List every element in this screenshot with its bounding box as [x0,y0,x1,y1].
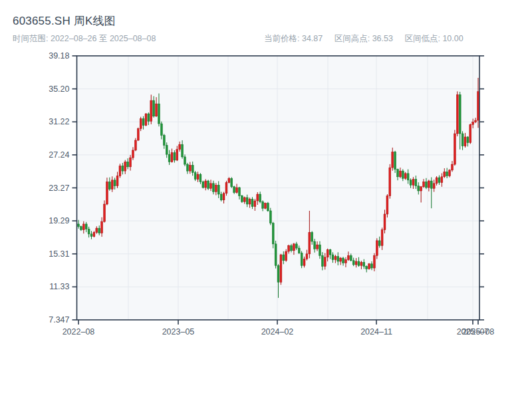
candle-body-up [119,166,121,176]
candle-body-up [340,258,342,261]
candle-body-up [355,261,357,265]
candle-body-down [78,224,80,227]
candle-body-up [111,180,113,190]
candle-body-down [277,265,279,282]
candle-body-up [464,137,466,146]
candle-body-up [93,232,95,236]
candle-body-down [153,100,155,116]
candle-body-up [477,92,479,120]
candle-body-up [347,255,349,259]
candle-body-up [324,257,326,267]
candle-body-up [293,244,295,251]
candle-body-down [415,180,417,186]
x-tick-label: 2024–02 [261,327,294,336]
candle-body-up [376,241,378,255]
candle-body-up [288,245,290,251]
candle-body-down [319,245,321,255]
candle-body-down [425,182,427,188]
x-tick-label: 2024–11 [360,327,392,336]
candle-body-up [306,254,308,259]
candle-body-down [462,134,464,146]
candle-body-down [127,162,129,166]
candle-body-down [366,267,368,269]
candle-body-down [85,224,87,229]
candle-body-up [469,124,471,142]
candle-body-up [140,119,142,129]
candle-body-down [410,180,412,185]
candle-body-down [239,188,241,196]
candle-body-down [363,262,365,266]
candle-body-up [475,120,477,122]
candle-body-down [358,261,360,265]
candle-body-down [337,257,339,261]
candle-body-down [160,124,162,135]
candle-body-up [243,198,245,201]
candle-body-up [280,255,282,282]
candle-body-down [321,255,323,266]
candle-body-down [314,241,316,249]
candle-body-down [272,223,274,244]
candle-body-up [436,178,438,184]
candle-body-up [381,230,383,246]
candle-body-down [402,171,404,178]
candle-body-up [215,185,217,192]
candle-body-down [174,153,176,160]
candle-body-down [298,248,300,253]
candle-body-up [116,176,118,186]
candle-body-up [404,174,406,178]
candle-body-down [194,173,196,180]
x-tick-label: 2023–05 [162,327,195,336]
candle-body-up [197,174,199,179]
candle-body-up [132,150,134,158]
candle-body-down [80,227,82,230]
candle-body-down [259,194,261,201]
y-tick-label: 23.27 [49,184,69,193]
candle-body-up [317,245,319,249]
candle-body-up [205,181,207,188]
candle-body-down [269,211,271,223]
candle-body-up [156,104,158,116]
candle-body-up [82,224,84,230]
candle-body-down [446,172,448,176]
y-tick-label: 31.22 [49,117,69,126]
candle-body-up [386,196,388,214]
candle-body-up [373,255,375,268]
candle-body-down [142,119,144,126]
candle-body-down [168,154,170,162]
candle-body-down [207,181,209,188]
candle-body-down [122,166,124,171]
candle-body-up [179,144,181,149]
candle-body-down [295,244,297,248]
candle-body-up [444,172,446,176]
candle-body-up [441,177,443,183]
candle-body-down [394,152,396,169]
candle-body-down [186,164,188,171]
candle-body-up [309,232,311,253]
candle-body-down [283,255,285,261]
candle-body-up [452,164,454,170]
candle-body-up [368,264,370,269]
candle-body-up [254,201,256,207]
candle-body-down [397,170,399,177]
candle-body-up [327,250,329,257]
candle-body-up [454,134,456,164]
candle-body-up [137,128,139,140]
candle-body-down [459,94,461,134]
kline-page: 603655.SH 周K线图 时间范围: 2022–08–26 至 2025–0… [0,0,532,399]
candle-body-up [472,122,474,125]
candle-body-down [148,114,150,121]
candle-body-up [225,183,227,194]
candle-body-up [389,168,391,196]
candle-body-down [311,232,313,241]
candle-body-down [352,261,354,265]
candle-body-down [407,174,409,180]
candle-body-up [145,114,147,125]
candle-body-down [192,165,194,172]
candle-body-down [220,194,222,200]
candle-body-up [360,262,362,265]
candle-body-up [106,182,108,204]
candle-body-down [329,250,331,255]
candle-body-up [285,251,287,261]
candle-body-down [158,104,160,124]
candle-body-up [456,94,458,134]
